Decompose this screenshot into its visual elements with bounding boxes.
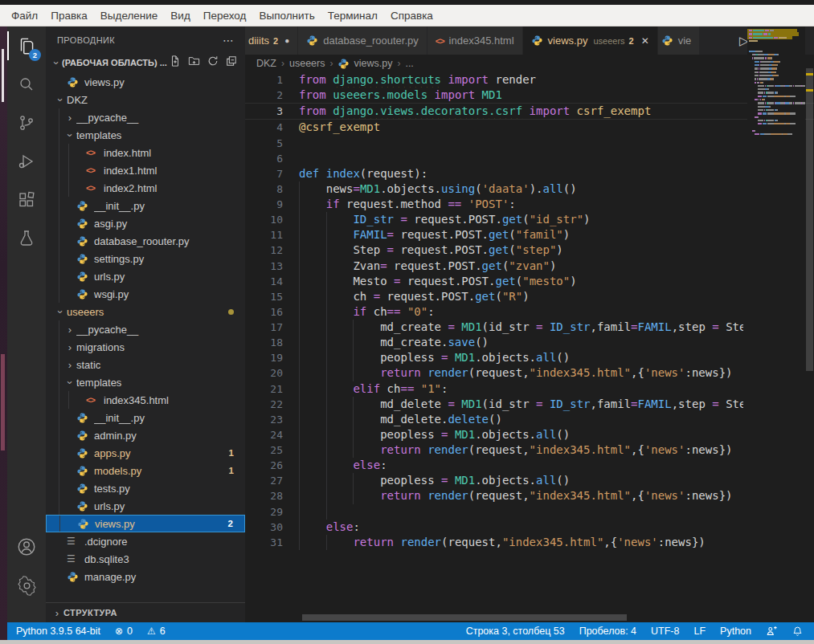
tree-item--dcignore[interactable]: ☰.dcignore [46, 532, 245, 550]
tree-item-settings-py[interactable]: settings.py [46, 250, 245, 267]
account-icon[interactable] [7, 528, 46, 566]
code-line-17[interactable]: 17 md_create = MD1(id_str = ID_str,famil… [245, 320, 814, 335]
tree-item-index345-html[interactable]: <>index345.html [46, 391, 245, 409]
tab-views-py[interactable]: views.pyuseeers2✕ [523, 26, 657, 55]
testing-icon[interactable] [7, 219, 46, 258]
tree-item-views-py[interactable]: views.py [46, 73, 245, 91]
chevron-right-icon[interactable]: › [63, 342, 76, 353]
tree-item-urls-py[interactable]: urls.py [46, 267, 245, 285]
code-line-14[interactable]: 14 Mesto = request.POST.get("mesto") [245, 274, 814, 289]
feedback-icon[interactable] [766, 626, 778, 637]
menu-выполнить[interactable]: Выполнить [252, 7, 321, 24]
new-folder-icon[interactable] [188, 55, 200, 70]
menu-справка[interactable]: Справка [384, 7, 440, 24]
tree-item--init-py[interactable]: __init__.py [46, 197, 245, 214]
settings-gear-icon[interactable] [7, 566, 46, 605]
explorer-icon[interactable]: 2 [7, 26, 46, 65]
tree-item-urls-py[interactable]: urls.py [46, 497, 245, 515]
run-debug-icon[interactable] [7, 142, 46, 181]
code-line-25[interactable]: 25 return render(request,"index345.html"… [245, 442, 814, 458]
tree-item-static[interactable]: ›static [46, 356, 245, 373]
status-lf[interactable]: LF [693, 626, 706, 637]
tree-item-tests-py[interactable]: tests.py [46, 479, 245, 497]
tree-item--init-py[interactable]: __init__.py [46, 409, 245, 426]
code-line-20[interactable]: 20 return render(request,"index345.html"… [245, 365, 814, 381]
tree-item-models-py[interactable]: models.py1 [46, 462, 245, 479]
horizontal-scrollbar-thumb[interactable] [302, 614, 627, 621]
close-icon[interactable]: ✕ [641, 35, 649, 47]
chevron-down-icon[interactable]: › [55, 93, 66, 106]
code-line-28[interactable]: 28 return render(request,"index345.html"… [245, 488, 814, 503]
tree-item--pycache-[interactable]: ›__pycache__ [46, 108, 245, 126]
tree-item-asgi-py[interactable]: asgi.py [46, 214, 245, 232]
breadcrumb-item[interactable]: views.py [337, 58, 392, 70]
vertical-scrollbar-thumb[interactable] [806, 68, 813, 371]
status-строка-3-столбец-53[interactable]: Строка 3, столбец 53 [466, 626, 565, 637]
tree-item-admin-py[interactable]: admin.py [46, 426, 245, 444]
code-line-11[interactable]: 11 FAMIL= request.POST.get("famil") [245, 227, 814, 243]
tree-item--pycache-[interactable]: ›__pycache__ [46, 320, 245, 338]
code-line-13[interactable]: 13 Zvan= request.POST.get("zvan") [245, 259, 814, 274]
code-editor[interactable]: 1from django.shortcuts import render2fro… [245, 72, 814, 622]
minimap[interactable] [747, 26, 805, 622]
code-line-18[interactable]: 18 md_create.save() [245, 335, 814, 350]
tab-index345-html[interactable]: <>index345.html [427, 26, 522, 55]
breadcrumb-item[interactable]: ... [405, 58, 413, 69]
code-line-2[interactable]: 2from useeers.models import MD1 [245, 88, 814, 103]
breadcrumb-item[interactable]: useeers [289, 58, 325, 69]
code-line-9[interactable]: 9 if request.method == 'POST': [245, 197, 814, 212]
code-line-6[interactable]: 6 [245, 151, 814, 166]
tree-item-index1-html[interactable]: <>index1.html [46, 161, 245, 179]
tree-item-database-roouter-py[interactable]: database_roouter.py [46, 232, 245, 250]
chevron-down-icon[interactable]: › [65, 128, 76, 141]
tree-item-index-html[interactable]: <>index.html [46, 144, 245, 161]
tab-diiits[interactable]: diiits2● [245, 26, 297, 55]
chevron-right-icon[interactable]: › [63, 360, 76, 370]
code-line-4[interactable]: 4@csrf_exempt [245, 120, 814, 135]
menu-правка[interactable]: Правка [44, 7, 94, 24]
tree-item-DKZ[interactable]: ›DKZ [46, 91, 245, 108]
status-6[interactable]: ⚠6 [147, 626, 166, 637]
new-file-icon[interactable] [170, 55, 181, 70]
tab-vie[interactable]: vie [658, 26, 700, 55]
code-line-29[interactable]: 29 [245, 504, 814, 520]
workspace-section-header[interactable]: › (РАБОЧАЯ ОБЛАСТЬ) ... [46, 54, 245, 71]
code-line-10[interactable]: 10 ID_str = request.POST.get("id_str") [245, 212, 814, 227]
code-line-3[interactable]: 3from django.views.decorators.csrf impor… [245, 103, 814, 120]
code-line-31[interactable]: 31 return render(request,"index345.html"… [245, 535, 814, 550]
chevron-down-icon[interactable]: › [65, 376, 76, 389]
tab-database-roouter-py[interactable]: database_roouter.py [298, 26, 427, 55]
code-line-22[interactable]: 22 md_delete = MD1(id_str = ID_str,famil… [245, 397, 814, 412]
status-пробелов-4[interactable]: Пробелов: 4 [579, 626, 636, 637]
tree-item-wsgi-py[interactable]: wsgi.py [46, 285, 245, 303]
menu-файл[interactable]: Файл [5, 7, 44, 24]
notifications-bell-icon[interactable] [792, 626, 803, 637]
status-python[interactable]: Python [720, 626, 751, 637]
chevron-right-icon[interactable]: › [63, 112, 76, 123]
chevron-right-icon[interactable]: › [63, 324, 76, 335]
code-line-16[interactable]: 16 if ch== "0": [245, 304, 814, 320]
collapse-folders-icon[interactable] [226, 55, 237, 70]
menu-переход[interactable]: Переход [197, 7, 253, 24]
code-line-1[interactable]: 1from django.shortcuts import render [245, 72, 814, 88]
outline-section-header[interactable]: › СТРУКТУРА [46, 602, 245, 622]
status-python-3-9-5-64-bit[interactable]: Python 3.9.5 64-bit [16, 626, 100, 637]
extensions-icon[interactable] [7, 181, 46, 219]
tree-item-templates[interactable]: ›templates [46, 373, 245, 391]
tree-item-manage-py[interactable]: manage.py [46, 568, 245, 585]
code-line-21[interactable]: 21 elif ch== "1": [245, 381, 814, 397]
code-line-8[interactable]: 8 news=MD1.objects.using('daata').all() [245, 181, 814, 197]
code-line-5[interactable]: 5 [245, 136, 814, 151]
tree-item-index2-html[interactable]: <>index2.html [46, 179, 245, 197]
tree-item-migrations[interactable]: ›migrations [46, 338, 245, 356]
status-utf-8[interactable]: UTF-8 [651, 626, 679, 637]
breadcrumb-item[interactable]: DKZ [256, 58, 276, 69]
tree-item-apps-py[interactable]: apps.py1 [46, 444, 245, 462]
tree-item-templates[interactable]: ›templates [46, 126, 245, 144]
search-icon[interactable] [7, 65, 46, 104]
code-line-12[interactable]: 12 Step = request.POST.get("step") [245, 243, 814, 258]
menu-вид[interactable]: Вид [164, 7, 196, 24]
chevron-down-icon[interactable]: › [55, 305, 66, 318]
refresh-icon[interactable] [207, 55, 219, 70]
breadcrumb[interactable]: DKZ›useeers›views.py›... [245, 55, 814, 72]
